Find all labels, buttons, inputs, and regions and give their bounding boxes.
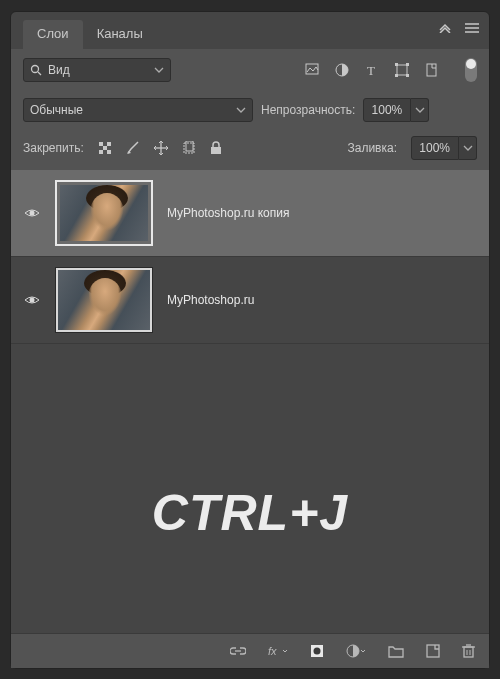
visibility-toggle[interactable] [23, 294, 41, 306]
lock-row: Закрепить: Заливка: 100% [11, 130, 489, 170]
svg-text:fx: fx [268, 645, 277, 657]
opacity-label: Непрозрачность: [261, 103, 355, 117]
filter-smart-icon[interactable] [425, 63, 439, 77]
filter-pixel-icon[interactable] [305, 63, 319, 77]
panel-footer: fx [11, 633, 489, 668]
layer-effects-icon[interactable]: fx [268, 645, 288, 657]
svg-rect-10 [406, 63, 409, 66]
svg-text:T: T [367, 63, 375, 77]
lock-all-icon[interactable] [210, 141, 222, 155]
opacity-input[interactable]: 100% [363, 98, 429, 122]
collapse-icon[interactable] [439, 23, 451, 33]
svg-rect-30 [427, 645, 439, 657]
overlay-shortcut-text: CTRL+J [152, 484, 348, 542]
fill-label: Заливка: [347, 141, 397, 155]
filter-adjust-icon[interactable] [335, 63, 349, 77]
svg-rect-9 [395, 63, 398, 66]
svg-rect-31 [464, 647, 473, 657]
adjustment-layer-icon[interactable] [346, 644, 366, 658]
filter-type-icon[interactable]: T [365, 63, 379, 77]
svg-point-28 [314, 648, 321, 655]
panel-tabs: Слои Каналы [11, 20, 157, 49]
visibility-toggle[interactable] [23, 207, 41, 219]
layer-row[interactable]: MyPhotoshop.ru копия [11, 170, 489, 257]
lock-position-icon[interactable] [154, 141, 168, 155]
svg-point-24 [30, 211, 35, 216]
svg-rect-11 [395, 74, 398, 77]
svg-rect-16 [103, 146, 107, 150]
tab-channels[interactable]: Каналы [83, 20, 157, 49]
svg-point-25 [30, 298, 35, 303]
group-layers-icon[interactable] [388, 645, 404, 658]
fill-input[interactable]: 100% [411, 136, 477, 160]
svg-rect-17 [99, 150, 103, 154]
svg-rect-12 [406, 74, 409, 77]
svg-point-3 [32, 66, 39, 73]
lock-artboard-icon[interactable] [182, 141, 196, 155]
new-layer-icon[interactable] [426, 644, 440, 658]
layer-filter-input[interactable] [48, 63, 138, 77]
svg-rect-5 [306, 64, 318, 74]
delete-layer-icon[interactable] [462, 644, 475, 658]
filter-row: T [11, 50, 489, 90]
layer-thumbnail[interactable] [55, 267, 153, 333]
svg-rect-18 [107, 150, 111, 154]
lock-pixels-icon[interactable] [98, 141, 112, 155]
blend-mode-select[interactable]: Обычные [23, 98, 253, 122]
svg-rect-15 [107, 142, 111, 146]
blend-row: Обычные Непрозрачность: 100% [11, 90, 489, 130]
layers-list: MyPhotoshop.ru копия MyPhotoshop.ru [11, 170, 489, 633]
layer-mask-icon[interactable] [310, 644, 324, 658]
layer-row[interactable]: MyPhotoshop.ru [11, 257, 489, 344]
svg-rect-14 [99, 142, 103, 146]
svg-rect-8 [397, 65, 407, 75]
lock-brush-icon[interactable] [126, 141, 140, 155]
layers-panel: Слои Каналы [10, 11, 490, 669]
menu-icon[interactable] [465, 22, 479, 34]
svg-line-4 [38, 72, 41, 75]
tab-layers[interactable]: Слои [23, 20, 83, 49]
layer-name[interactable]: MyPhotoshop.ru копия [167, 206, 289, 220]
layer-name[interactable]: MyPhotoshop.ru [167, 293, 254, 307]
panel-header: Слои Каналы [11, 12, 489, 49]
link-layers-icon[interactable] [230, 645, 246, 657]
filter-toggle[interactable] [465, 58, 477, 82]
svg-rect-23 [211, 147, 221, 154]
lock-label: Закрепить: [23, 141, 84, 155]
layer-filter-select[interactable] [23, 58, 171, 82]
filter-shape-icon[interactable] [395, 63, 409, 77]
layer-thumbnail[interactable] [55, 180, 153, 246]
